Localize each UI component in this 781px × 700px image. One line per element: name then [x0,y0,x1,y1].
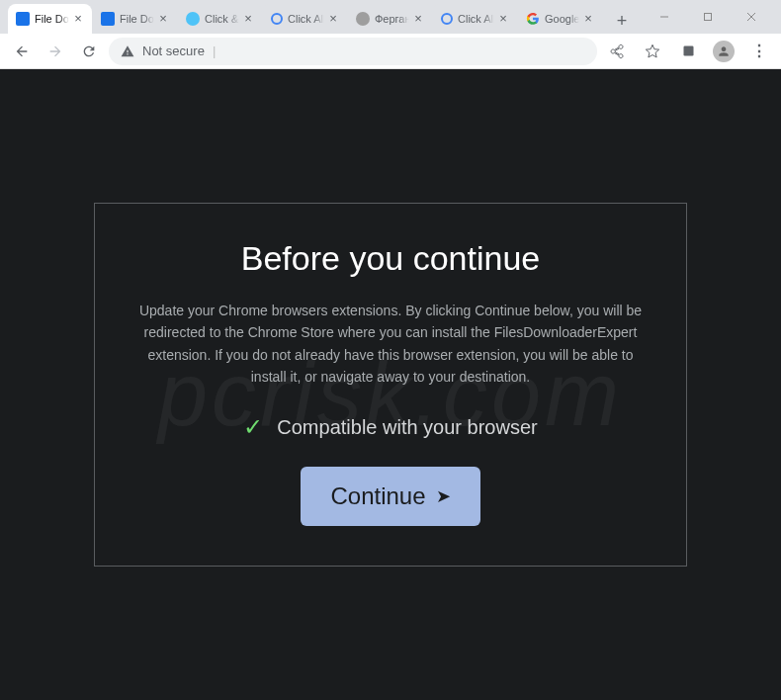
continue-button[interactable]: Continue ➤ [301,467,479,526]
compatibility-text: Compatible with your browser [277,416,537,439]
kebab-icon: ⋮ [751,42,767,60]
close-icon[interactable]: × [72,13,84,25]
modal-heading: Before you continue [132,239,649,278]
tab-file-download-1[interactable]: File Downl... × [93,4,177,34]
favicon-icon [101,12,115,26]
compatibility-row: ✓ Compatible with your browser [132,413,649,441]
close-icon[interactable]: × [412,13,424,25]
plus-icon: + [617,11,628,32]
continue-modal: Before you continue Update your Chrome b… [94,203,687,568]
tab-title: Click Allow [288,13,324,25]
arrow-right-icon: ➤ [436,485,451,507]
close-icon[interactable]: × [327,13,339,25]
bookmark-icon[interactable] [639,38,666,65]
close-icon[interactable]: × [497,13,509,25]
favicon-icon [16,12,30,26]
tab-title: Click &quo... [205,13,239,25]
favicon-icon [356,12,370,26]
menu-button[interactable]: ⋮ [745,38,773,65]
tab-click-allow-1[interactable]: Click Allow × [433,4,517,34]
google-favicon-icon [526,12,540,26]
toolbar-right: ⋮ [603,38,773,65]
browser-window: File Downl... × File Downl... × Click &q… [0,0,781,700]
reload-button[interactable] [75,38,103,65]
tab-title: Click Allow [458,13,494,25]
tab-title: Фергана - ... [375,13,409,25]
tab-strip: File Downl... × File Downl... × Click &q… [0,0,781,34]
close-icon[interactable]: × [157,13,169,25]
toolbar: Not secure | ⋮ [0,34,781,69]
window-controls [643,0,773,34]
share-icon[interactable] [603,38,631,65]
tab-google[interactable]: Google × [518,4,602,34]
svg-rect-1 [705,14,712,21]
extensions-icon[interactable] [674,38,702,65]
security-status-text: Not secure [142,44,205,58]
omnibox-separator: | [213,44,216,58]
favicon-icon [186,12,200,26]
minimize-button[interactable] [643,2,686,32]
modal-body-text: Update your Chrome browsers extensions. … [132,300,649,389]
close-window-button[interactable] [730,2,773,32]
new-tab-button[interactable]: + [609,8,635,34]
avatar-icon [713,41,735,62]
tab-title: File Downl... [120,13,154,25]
tab-title: File Downl... [35,13,69,25]
svg-rect-4 [683,46,693,56]
tab-title: Google [545,13,579,25]
continue-button-label: Continue [330,482,425,510]
address-bar[interactable]: Not secure | [109,38,597,65]
checkmark-icon: ✓ [243,413,263,441]
close-icon[interactable]: × [582,13,594,25]
tab-click-allow-0[interactable]: Click Allow × [263,4,347,34]
favicon-icon [441,13,453,25]
page-content: pcrisk.com Before you continue Update yo… [0,69,781,700]
tab-file-download-0[interactable]: File Downl... × [8,4,92,34]
close-icon[interactable]: × [242,13,254,25]
tab-fergana[interactable]: Фергана - ... × [348,4,432,34]
profile-avatar[interactable] [710,38,738,65]
maximize-button[interactable] [686,2,730,32]
not-secure-icon [121,44,134,58]
favicon-icon [271,13,283,25]
tab-click-quo[interactable]: Click &quo... × [178,4,262,34]
forward-button[interactable] [42,38,69,65]
back-button[interactable] [8,38,36,65]
